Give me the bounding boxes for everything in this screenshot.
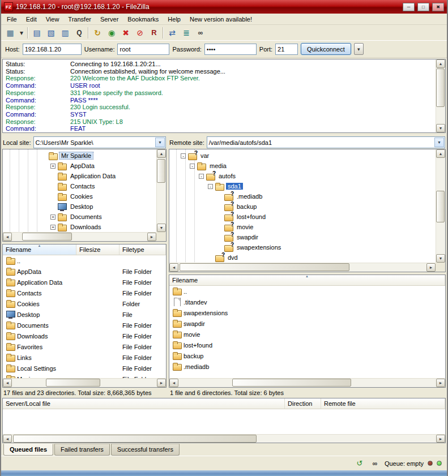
local-tree-item[interactable]: Contacts	[3, 181, 156, 191]
tree-expander-icon[interactable]: -	[181, 153, 186, 158]
scroll-right-button[interactable]	[426, 263, 436, 272]
scroll-thumb[interactable]	[22, 233, 72, 241]
scroll-track[interactable]	[436, 158, 445, 254]
scroll-thumb[interactable]	[232, 379, 351, 387]
column-header-filename[interactable]: Filename	[169, 275, 445, 285]
toolbar-button[interactable]	[26, 27, 29, 38]
toolbar-button[interactable]	[87, 27, 90, 38]
scroll-track[interactable]	[12, 379, 157, 387]
remote-tree-item[interactable]: swapdir	[169, 232, 436, 242]
queue-hscrollbar[interactable]	[3, 434, 445, 443]
cancel-icon[interactable]: ✖	[119, 27, 133, 39]
synchronized-browsing-icon[interactable]: ⇄	[165, 27, 179, 39]
tree-expander-icon[interactable]: +	[50, 215, 56, 220]
scroll-thumb[interactable]	[436, 191, 445, 222]
scroll-track[interactable]	[178, 263, 426, 272]
new-version-link[interactable]: New version available!	[185, 14, 257, 24]
tree-expander-icon[interactable]: -	[208, 184, 213, 189]
column-header-remote-file[interactable]: Remote file	[321, 398, 445, 409]
local-tree-item[interactable]: Mr Sparkle	[3, 151, 156, 161]
scroll-track[interactable]	[12, 233, 147, 241]
local-file-row[interactable]: Desktop File	[3, 309, 166, 320]
local-file-row[interactable]: AppData File Folder	[3, 266, 166, 277]
scroll-right-button[interactable]	[147, 233, 156, 241]
toggle-queue-icon[interactable]: Q	[72, 27, 86, 39]
local-file-row[interactable]: Local Settings File Folder	[3, 363, 166, 374]
remote-tree-item[interactable]: - media	[169, 161, 436, 171]
local-tree-item[interactable]: Cookies	[3, 191, 156, 201]
remote-tree-item[interactable]: movie	[169, 222, 436, 232]
disconnect-icon[interactable]: ⊘	[133, 27, 147, 39]
username-input[interactable]	[117, 44, 169, 55]
remote-file-row[interactable]: movie	[169, 329, 445, 340]
local-site-combobox[interactable]: C:\Users\Mr Sparkle\	[33, 136, 166, 148]
menu-help[interactable]: Help	[163, 14, 185, 24]
local-file-row[interactable]: ..	[3, 255, 166, 266]
tree-expander-icon[interactable]: +	[50, 164, 56, 169]
column-header-filesize[interactable]: Filesize	[76, 245, 120, 255]
scroll-down-button[interactable]	[157, 224, 166, 232]
column-header-filetype[interactable]: Filetype	[120, 245, 166, 255]
toggle-remote-tree-icon[interactable]: ▥	[58, 27, 72, 39]
local-file-row[interactable]: Application Data File Folder	[3, 277, 166, 288]
tab-queued-files[interactable]: Queued files	[3, 444, 53, 456]
tab-successful-transfers[interactable]: Successful transfers	[111, 444, 180, 456]
remote-tree-item[interactable]: backup	[169, 201, 436, 212]
remote-tree-item[interactable]: - autofs	[169, 171, 436, 181]
scroll-thumb[interactable]	[180, 263, 349, 271]
local-tree-item[interactable]: + AppData	[3, 161, 156, 171]
scroll-track[interactable]	[436, 68, 445, 124]
scroll-up-button[interactable]	[436, 59, 445, 68]
scroll-down-button[interactable]	[436, 124, 445, 132]
remote-tree-vscrollbar[interactable]	[436, 149, 445, 263]
scroll-left-button[interactable]	[3, 435, 12, 443]
maximize-button[interactable]	[417, 3, 429, 11]
remote-tree-item[interactable]: - var	[169, 151, 436, 161]
remote-tree-hscrollbar[interactable]	[169, 263, 436, 272]
site-manager-icon[interactable]: ▦	[3, 27, 17, 39]
scroll-left-button[interactable]	[3, 233, 12, 241]
scroll-track[interactable]	[12, 435, 436, 443]
local-tree-vscrollbar[interactable]	[156, 149, 166, 232]
remote-tree-item[interactable]: lost+found	[169, 212, 436, 222]
menu-view[interactable]: View	[41, 14, 64, 24]
local-file-row[interactable]: Cookies Folder	[3, 298, 166, 309]
log-vscrollbar[interactable]	[436, 59, 445, 132]
menu-file[interactable]: File	[2, 14, 22, 24]
remote-tree-item[interactable]: - sda1	[169, 181, 436, 191]
tab-failed-transfers[interactable]: Failed transfers	[54, 444, 110, 456]
remote-file-row[interactable]: .mediadb	[169, 361, 445, 372]
menu-edit[interactable]: Edit	[22, 14, 41, 24]
remote-file-row[interactable]: swapextensions	[169, 307, 445, 318]
scroll-thumb[interactable]	[46, 379, 100, 387]
scroll-thumb[interactable]	[13, 435, 257, 443]
remote-list-hscrollbar[interactable]	[169, 378, 445, 387]
close-button[interactable]	[432, 3, 444, 11]
local-tree-item[interactable]: Desktop	[3, 201, 156, 212]
quickconnect-dropdown[interactable]	[354, 43, 364, 55]
remote-file-row[interactable]: lost+found	[169, 340, 445, 350]
reconnect-icon[interactable]: R	[147, 27, 161, 39]
scroll-right-button[interactable]	[157, 379, 166, 387]
column-header-server-local-file[interactable]: Server/Local file	[3, 398, 285, 409]
scroll-down-button[interactable]	[436, 254, 445, 263]
tree-expander-icon[interactable]: -	[190, 164, 195, 169]
tree-expander-icon[interactable]: +	[50, 225, 56, 230]
scroll-left-button[interactable]	[169, 379, 178, 387]
remote-file-row[interactable]: backup	[169, 350, 445, 361]
port-input[interactable]	[275, 44, 298, 55]
remote-tree-item[interactable]: dvd	[169, 252, 436, 263]
refresh-icon[interactable]: ↻	[91, 27, 104, 39]
menu-transfer[interactable]: Transfer	[63, 14, 96, 24]
tree-expander-icon[interactable]: -	[199, 174, 204, 179]
chevron-down-icon[interactable]	[155, 138, 165, 147]
toggle-local-tree-icon[interactable]: ▧	[44, 27, 58, 39]
remote-site-combobox[interactable]: /var/media/autofs/sda1	[207, 136, 445, 148]
scroll-track[interactable]	[178, 379, 436, 387]
scroll-right-button[interactable]	[436, 435, 445, 443]
column-header-filename[interactable]: Filename	[3, 245, 76, 255]
menu-server[interactable]: Server	[96, 14, 123, 24]
local-file-row[interactable]: Favorites File Folder	[3, 341, 166, 352]
scroll-thumb[interactable]	[157, 159, 165, 183]
remote-file-row[interactable]: .titandev	[169, 297, 445, 307]
